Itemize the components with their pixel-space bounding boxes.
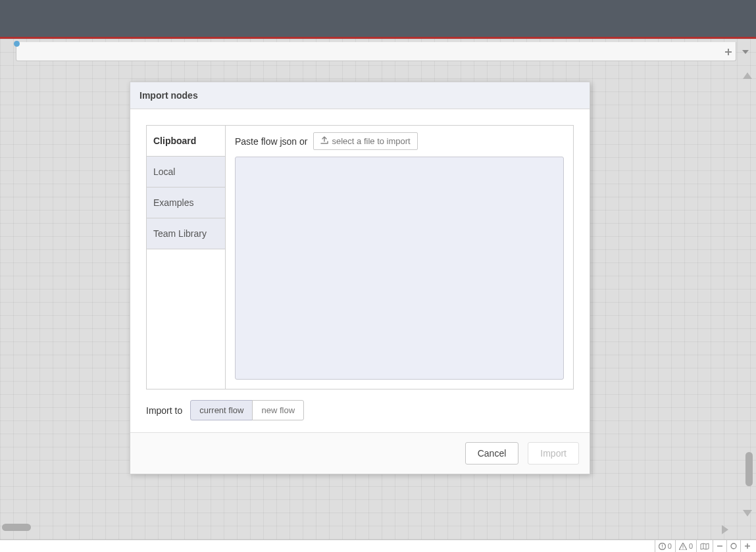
select-file-label: select a file to import (332, 136, 411, 146)
import-label: Import (540, 448, 567, 459)
plus-icon (744, 543, 751, 549)
tab-team-library[interactable]: Team Library (147, 218, 225, 249)
circle-icon (730, 543, 737, 549)
import-to-label: Import to (146, 405, 182, 416)
navigator-button[interactable] (696, 540, 713, 552)
target-new-flow[interactable]: new flow (252, 400, 304, 420)
target-label: current flow (199, 405, 243, 415)
app-header (0, 0, 756, 37)
flow-tab-strip[interactable] (16, 42, 736, 61)
import-to-row: Import to current flow new flow (146, 400, 574, 420)
map-icon (700, 543, 709, 550)
status-right: 0 0 (655, 540, 754, 552)
import-dialog: Import nodes Clipboard Local Examples Te… (130, 82, 590, 474)
add-flow-button[interactable] (720, 42, 736, 61)
horizontal-scrollbar-thumb[interactable] (2, 524, 31, 531)
error-icon (659, 543, 666, 550)
error-count-button[interactable]: 0 (655, 540, 675, 552)
zoom-out-button[interactable] (713, 540, 726, 552)
paste-row: Paste flow json or select a file to impo… (235, 132, 564, 150)
import-target-toggle: current flow new flow (190, 400, 304, 420)
warning-icon (679, 543, 687, 550)
flow-json-input[interactable] (235, 157, 564, 380)
dialog-footer: Cancel Import (130, 432, 590, 474)
svg-rect-4 (682, 548, 683, 549)
flow-tabs-menu-button[interactable] (738, 42, 753, 61)
status-bar: 0 0 (0, 539, 756, 552)
warning-count: 0 (689, 542, 693, 550)
unsaved-indicator-icon (14, 41, 20, 47)
target-current-flow[interactable]: current flow (190, 400, 253, 420)
tab-label: Local (153, 166, 175, 177)
svg-rect-1 (662, 544, 663, 547)
tab-label: Team Library (153, 228, 207, 239)
scroll-down-icon[interactable] (743, 508, 752, 518)
zoom-reset-button[interactable] (726, 540, 740, 552)
dialog-title: Import nodes (130, 82, 590, 109)
upload-icon (320, 136, 328, 146)
tab-examples[interactable]: Examples (147, 188, 225, 218)
paste-label: Paste flow json or (235, 136, 308, 147)
scroll-up-icon[interactable] (743, 70, 752, 81)
clipboard-panel: Paste flow json or select a file to impo… (226, 126, 573, 389)
tab-label: Examples (153, 197, 193, 208)
svg-point-5 (731, 543, 736, 549)
tab-clipboard[interactable]: Clipboard (147, 126, 225, 157)
zoom-in-button[interactable] (740, 540, 754, 552)
warning-count-button[interactable]: 0 (675, 540, 696, 552)
tab-local[interactable]: Local (147, 157, 225, 188)
dialog-body: Clipboard Local Examples Team Library Pa… (130, 109, 590, 432)
cancel-label: Cancel (478, 448, 507, 459)
import-body-box: Clipboard Local Examples Team Library Pa… (146, 125, 574, 389)
error-count: 0 (668, 542, 672, 550)
import-button[interactable]: Import (528, 442, 579, 464)
import-source-tabs: Clipboard Local Examples Team Library (147, 126, 226, 389)
svg-rect-3 (682, 545, 683, 547)
minus-icon (717, 543, 723, 549)
svg-rect-2 (662, 547, 663, 548)
cancel-button[interactable]: Cancel (465, 442, 519, 464)
select-file-button[interactable]: select a file to import (313, 132, 418, 150)
target-label: new flow (261, 405, 295, 415)
scroll-right-icon[interactable] (720, 525, 730, 534)
tab-label: Clipboard (153, 136, 196, 146)
vertical-scrollbar-thumb[interactable] (745, 452, 753, 486)
